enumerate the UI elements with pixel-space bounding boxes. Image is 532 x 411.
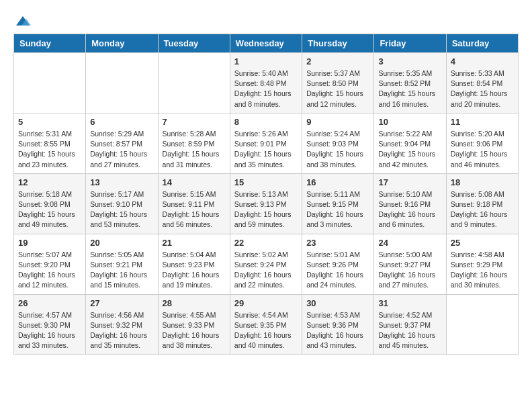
day-number: 7 <box>163 117 226 127</box>
calendar-cell: 2Sunrise: 5:37 AMSunset: 8:50 PMDaylight… <box>302 53 374 113</box>
calendar-cell: 28Sunrise: 4:55 AMSunset: 9:33 PMDayligh… <box>158 294 230 355</box>
day-info: Sunrise: 5:11 AMSunset: 9:15 PMDaylight:… <box>306 189 369 230</box>
day-info: Sunrise: 5:28 AMSunset: 8:59 PMDaylight:… <box>163 129 226 170</box>
day-info: Sunrise: 5:18 AMSunset: 9:08 PMDaylight:… <box>18 189 81 230</box>
calendar-cell: 7Sunrise: 5:28 AMSunset: 8:59 PMDaylight… <box>158 113 230 173</box>
weekday-header-saturday: Saturday <box>446 34 518 53</box>
calendar-week-row: 26Sunrise: 4:57 AMSunset: 9:30 PMDayligh… <box>14 294 519 355</box>
day-number: 2 <box>306 56 369 66</box>
day-number: 14 <box>163 177 226 187</box>
weekday-header-sunday: Sunday <box>14 34 86 53</box>
weekday-header-tuesday: Tuesday <box>158 34 230 53</box>
day-number: 11 <box>451 117 514 127</box>
calendar-cell: 22Sunrise: 5:02 AMSunset: 9:24 PMDayligh… <box>230 234 302 294</box>
logo-icon <box>15 13 31 30</box>
day-info: Sunrise: 4:55 AMSunset: 9:33 PMDaylight:… <box>163 310 226 351</box>
calendar-cell: 30Sunrise: 4:53 AMSunset: 9:36 PMDayligh… <box>302 294 374 355</box>
day-info: Sunrise: 4:53 AMSunset: 9:36 PMDaylight:… <box>306 310 369 351</box>
day-number: 8 <box>234 117 298 127</box>
day-number: 24 <box>378 238 441 248</box>
calendar-week-row: 5Sunrise: 5:31 AMSunset: 8:55 PMDaylight… <box>14 113 519 173</box>
day-info: Sunrise: 4:57 AMSunset: 9:30 PMDaylight:… <box>18 310 81 351</box>
day-number: 6 <box>90 117 153 127</box>
calendar-cell <box>14 53 86 113</box>
calendar-cell: 13Sunrise: 5:17 AMSunset: 9:10 PMDayligh… <box>86 173 158 234</box>
day-info: Sunrise: 5:35 AMSunset: 8:52 PMDaylight:… <box>378 68 441 109</box>
calendar-cell: 17Sunrise: 5:10 AMSunset: 9:16 PMDayligh… <box>374 173 446 234</box>
calendar-table: SundayMondayTuesdayWednesdayThursdayFrid… <box>13 34 519 355</box>
day-info: Sunrise: 5:01 AMSunset: 9:26 PMDaylight:… <box>306 250 369 291</box>
calendar-cell: 1Sunrise: 5:40 AMSunset: 8:48 PMDaylight… <box>230 53 302 113</box>
day-info: Sunrise: 5:08 AMSunset: 9:18 PMDaylight:… <box>451 189 514 230</box>
day-info: Sunrise: 5:05 AMSunset: 9:21 PMDaylight:… <box>90 250 153 291</box>
day-number: 27 <box>90 298 153 308</box>
page-header <box>13 13 519 27</box>
day-number: 30 <box>306 298 369 308</box>
day-info: Sunrise: 5:13 AMSunset: 9:13 PMDaylight:… <box>234 189 298 230</box>
calendar-cell: 4Sunrise: 5:33 AMSunset: 8:54 PMDaylight… <box>446 53 518 113</box>
day-number: 21 <box>163 238 226 248</box>
day-info: Sunrise: 4:58 AMSunset: 9:29 PMDaylight:… <box>451 250 514 291</box>
calendar-cell: 3Sunrise: 5:35 AMSunset: 8:52 PMDaylight… <box>374 53 446 113</box>
calendar-cell: 6Sunrise: 5:29 AMSunset: 8:57 PMDaylight… <box>86 113 158 173</box>
day-number: 17 <box>378 177 441 187</box>
day-number: 5 <box>18 117 81 127</box>
day-number: 3 <box>378 56 441 66</box>
day-info: Sunrise: 5:17 AMSunset: 9:10 PMDaylight:… <box>90 189 153 230</box>
calendar-cell: 27Sunrise: 4:56 AMSunset: 9:32 PMDayligh… <box>86 294 158 355</box>
day-number: 19 <box>18 238 81 248</box>
calendar-cell: 14Sunrise: 5:15 AMSunset: 9:11 PMDayligh… <box>158 173 230 234</box>
day-number: 23 <box>306 238 369 248</box>
day-info: Sunrise: 5:10 AMSunset: 9:16 PMDaylight:… <box>378 189 441 230</box>
day-number: 28 <box>163 298 226 308</box>
day-number: 13 <box>90 177 153 187</box>
calendar-cell: 5Sunrise: 5:31 AMSunset: 8:55 PMDaylight… <box>14 113 86 173</box>
day-number: 9 <box>306 117 369 127</box>
calendar-cell: 26Sunrise: 4:57 AMSunset: 9:30 PMDayligh… <box>14 294 86 355</box>
day-number: 18 <box>451 177 514 187</box>
day-info: Sunrise: 5:40 AMSunset: 8:48 PMDaylight:… <box>234 68 298 109</box>
day-info: Sunrise: 5:31 AMSunset: 8:55 PMDaylight:… <box>18 129 81 170</box>
weekday-header-row: SundayMondayTuesdayWednesdayThursdayFrid… <box>14 34 519 53</box>
day-info: Sunrise: 4:52 AMSunset: 9:37 PMDaylight:… <box>378 310 441 351</box>
calendar-week-row: 19Sunrise: 5:07 AMSunset: 9:20 PMDayligh… <box>14 234 519 294</box>
weekday-header-monday: Monday <box>86 34 158 53</box>
day-info: Sunrise: 5:04 AMSunset: 9:23 PMDaylight:… <box>163 250 226 291</box>
day-number: 22 <box>234 238 298 248</box>
day-number: 25 <box>451 238 514 248</box>
calendar-cell: 18Sunrise: 5:08 AMSunset: 9:18 PMDayligh… <box>446 173 518 234</box>
day-number: 26 <box>18 298 81 308</box>
day-number: 16 <box>306 177 369 187</box>
calendar-cell: 20Sunrise: 5:05 AMSunset: 9:21 PMDayligh… <box>86 234 158 294</box>
day-number: 15 <box>234 177 298 187</box>
calendar-cell: 31Sunrise: 4:52 AMSunset: 9:37 PMDayligh… <box>374 294 446 355</box>
weekday-header-wednesday: Wednesday <box>230 34 302 53</box>
calendar-cell: 24Sunrise: 5:00 AMSunset: 9:27 PMDayligh… <box>374 234 446 294</box>
day-info: Sunrise: 4:54 AMSunset: 9:35 PMDaylight:… <box>234 310 298 351</box>
logo <box>13 13 31 27</box>
calendar-week-row: 1Sunrise: 5:40 AMSunset: 8:48 PMDaylight… <box>14 53 519 113</box>
day-number: 4 <box>451 56 514 66</box>
calendar-cell <box>446 294 518 355</box>
calendar-cell: 19Sunrise: 5:07 AMSunset: 9:20 PMDayligh… <box>14 234 86 294</box>
day-info: Sunrise: 4:56 AMSunset: 9:32 PMDaylight:… <box>90 310 153 351</box>
calendar-cell: 8Sunrise: 5:26 AMSunset: 9:01 PMDaylight… <box>230 113 302 173</box>
calendar-cell: 12Sunrise: 5:18 AMSunset: 9:08 PMDayligh… <box>14 173 86 234</box>
weekday-header-thursday: Thursday <box>302 34 374 53</box>
day-info: Sunrise: 5:20 AMSunset: 9:06 PMDaylight:… <box>451 129 514 170</box>
calendar-week-row: 12Sunrise: 5:18 AMSunset: 9:08 PMDayligh… <box>14 173 519 234</box>
day-number: 29 <box>234 298 298 308</box>
day-info: Sunrise: 5:24 AMSunset: 9:03 PMDaylight:… <box>306 129 369 170</box>
day-info: Sunrise: 5:15 AMSunset: 9:11 PMDaylight:… <box>163 189 226 230</box>
day-number: 31 <box>378 298 441 308</box>
day-info: Sunrise: 5:00 AMSunset: 9:27 PMDaylight:… <box>378 250 441 291</box>
day-number: 10 <box>378 117 441 127</box>
day-number: 1 <box>234 56 298 66</box>
calendar-cell: 16Sunrise: 5:11 AMSunset: 9:15 PMDayligh… <box>302 173 374 234</box>
calendar-cell: 11Sunrise: 5:20 AMSunset: 9:06 PMDayligh… <box>446 113 518 173</box>
day-info: Sunrise: 5:07 AMSunset: 9:20 PMDaylight:… <box>18 250 81 291</box>
day-number: 12 <box>18 177 81 187</box>
calendar-cell <box>158 53 230 113</box>
calendar-cell: 25Sunrise: 4:58 AMSunset: 9:29 PMDayligh… <box>446 234 518 294</box>
calendar-cell <box>86 53 158 113</box>
